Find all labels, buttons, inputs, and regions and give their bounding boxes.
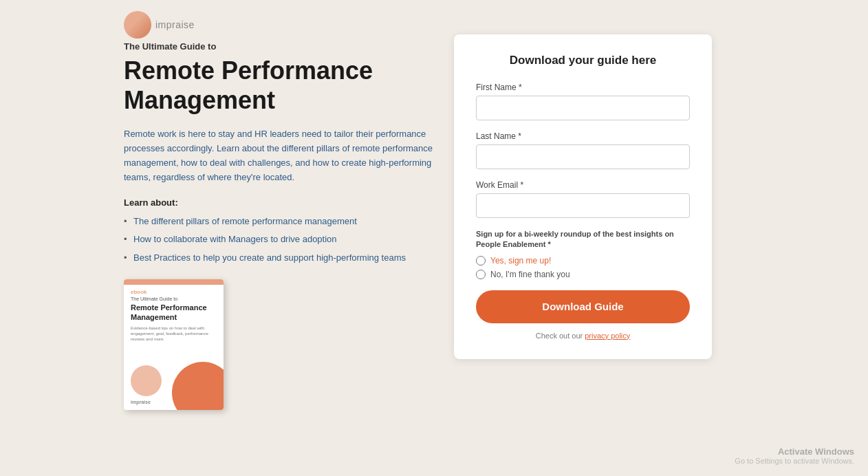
book-title-main: Remote Performance Management bbox=[124, 303, 224, 323]
book-logo: impraise bbox=[131, 400, 151, 404]
main-content: The Ultimate Guide to Remote Performance… bbox=[124, 41, 440, 410]
privacy-text: Check out our privacy policy bbox=[476, 332, 690, 340]
radio-yes-option: Yes, sign me up! bbox=[476, 256, 690, 266]
radio-no-input[interactable] bbox=[476, 270, 486, 279]
windows-subtitle: Go to Settings to activate Windows. bbox=[735, 457, 854, 465]
logo-area: impraise bbox=[124, 11, 195, 39]
radio-yes-label: Yes, sign me up! bbox=[490, 256, 551, 266]
work-email-input[interactable] bbox=[476, 193, 690, 218]
privacy-prefix: Check out our bbox=[536, 332, 585, 340]
book-cover-inner: ebook The Ultimate Guide to Remote Perfo… bbox=[124, 279, 224, 410]
page-subtitle: The Ultimate Guide to bbox=[124, 41, 440, 52]
list-item: Best Practices to help you create and su… bbox=[124, 251, 440, 266]
book-subtitle-text: Evidence-based tips on how to deal with … bbox=[124, 323, 224, 345]
list-item: How to collaborate with Managers to driv… bbox=[124, 232, 440, 247]
radio-yes-input[interactable] bbox=[476, 256, 486, 266]
book-circle-small bbox=[131, 365, 162, 396]
page-title: Remote Performance Management bbox=[124, 56, 440, 115]
privacy-policy-link[interactable]: privacy policy bbox=[585, 332, 630, 340]
last-name-input[interactable] bbox=[476, 144, 690, 169]
form-card: Download your guide here First Name * La… bbox=[454, 34, 712, 359]
signup-section: Sign up for a bi-weekly roundup of the b… bbox=[476, 229, 690, 279]
last-name-group: Last Name * bbox=[476, 131, 690, 169]
first-name-label: First Name * bbox=[476, 83, 690, 92]
logo-text: impraise bbox=[155, 19, 195, 30]
learn-about-label: Learn about: bbox=[124, 197, 440, 208]
book-top-bar bbox=[124, 279, 224, 285]
work-email-label: Work Email * bbox=[476, 180, 690, 190]
book-cover: ebook The Ultimate Guide to Remote Perfo… bbox=[124, 279, 224, 410]
page-description: Remote work is here to stay and HR leade… bbox=[124, 127, 440, 184]
download-guide-button[interactable]: Download Guide bbox=[476, 290, 690, 323]
list-item: The different pillars of remote performa… bbox=[124, 215, 440, 229]
book-title-small: The Ultimate Guide to bbox=[124, 296, 224, 303]
form-title: Download your guide here bbox=[476, 54, 690, 67]
book-circle-large bbox=[172, 362, 224, 410]
logo-icon bbox=[124, 11, 151, 39]
first-name-group: First Name * bbox=[476, 83, 690, 120]
work-email-group: Work Email * bbox=[476, 180, 690, 218]
book-ebook-label: ebook bbox=[124, 285, 224, 296]
windows-title: Activate Windows bbox=[735, 446, 854, 457]
bullet-list: The different pillars of remote performa… bbox=[124, 215, 440, 266]
windows-notice: Activate Windows Go to Settings to activ… bbox=[735, 446, 854, 465]
radio-no-label: No, I'm fine thank you bbox=[490, 270, 570, 279]
first-name-input[interactable] bbox=[476, 96, 690, 120]
radio-no-option: No, I'm fine thank you bbox=[476, 270, 690, 279]
last-name-label: Last Name * bbox=[476, 131, 690, 141]
signup-label: Sign up for a bi-weekly roundup of the b… bbox=[476, 229, 690, 250]
